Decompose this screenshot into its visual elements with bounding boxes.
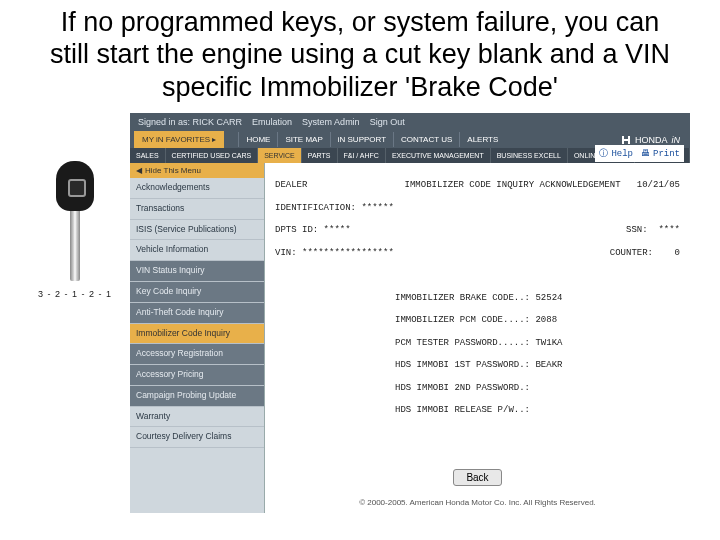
svg-rect-2 [622, 139, 630, 141]
nav-home[interactable]: HOME [238, 132, 277, 147]
report-row-hds2: HDS IMMOBI 2ND PASSWORD.: [275, 383, 680, 394]
chevron-left-icon: ◀ [136, 166, 142, 175]
sidebar-item-warranty[interactable]: Warranty [130, 407, 264, 428]
topbar-link-signout[interactable]: Sign Out [370, 117, 405, 127]
sidebar-hide-toggle[interactable]: ◀ Hide This Menu [130, 163, 264, 178]
key-column: 3 - 2 - 1 - 2 - 1 [30, 113, 120, 513]
sidebar-item-isis[interactable]: ISIS (Service Publications) [130, 220, 264, 241]
report-dpts: DPTS ID: ***** [275, 225, 570, 236]
sidebar: ◀ Hide This Menu Acknowledgements Transa… [130, 163, 265, 513]
portal-body: ◀ Hide This Menu Acknowledgements Transa… [130, 163, 690, 513]
report-row-pcmtester: PCM TESTER PASSWORD.....: TW1KA [275, 338, 680, 349]
print-icon: 🖶 [641, 148, 650, 159]
sidebar-item-ack[interactable]: Acknowledgements [130, 178, 264, 199]
report-title: IMMOBILIZER CODE INQUIRY ACKNOWLEDGEMENT [405, 180, 621, 190]
help-print-bar: ⓘHelp 🖶Print [595, 145, 684, 162]
back-button[interactable]: Back [453, 469, 501, 486]
report-dealer-label: DEALER [275, 180, 405, 191]
nav2-exec[interactable]: EXECUTIVE MANAGEMENT [386, 148, 491, 163]
nav2-excell[interactable]: BUSINESS EXCELL [491, 148, 568, 163]
topbar-link-sysadmin[interactable]: System Admin [302, 117, 360, 127]
nav2-certified[interactable]: CERTIFIED USED CARS [166, 148, 259, 163]
back-row: Back [275, 469, 680, 486]
sidebar-item-campaign[interactable]: Campaign Probing Update [130, 386, 264, 407]
nav2-sales[interactable]: SALES [130, 148, 166, 163]
report-row-hds1: HDS IMMOBI 1ST PASSWORD.: BEAKR [275, 360, 680, 371]
car-key-image [56, 161, 94, 281]
nav2-parts[interactable]: PARTS [302, 148, 338, 163]
report-row-brakecode: IMMOBILIZER BRAKE CODE..: 52524 [275, 293, 680, 304]
favorites-tab[interactable]: MY iN FAVORITES ▸ [134, 131, 224, 148]
main-content: ⓘHelp 🖶Print DEALERIMMOBILIZER CODE INQU… [265, 163, 690, 513]
report-block: DEALERIMMOBILIZER CODE INQUIRY ACKNOWLED… [275, 169, 680, 439]
report-ssn: SSN: **** [570, 225, 680, 236]
nav2-service[interactable]: SERVICE [258, 148, 302, 163]
portal-topbar: Signed in as: RICK CARR Emulation System… [130, 113, 690, 131]
report-identification: IDENTIFICATION: ****** [275, 203, 680, 214]
signed-in-label: Signed in as: RICK CARR [138, 117, 242, 127]
sidebar-item-immobilizer[interactable]: Immobilizer Code Inquiry [130, 324, 264, 345]
brand-logo: HONDA iN [621, 135, 686, 145]
sidebar-item-courtesy[interactable]: Courtesy Delivery Claims [130, 427, 264, 448]
print-link[interactable]: 🖶Print [641, 147, 680, 160]
key-caption: 3 - 2 - 1 - 2 - 1 [38, 289, 112, 299]
sidebar-item-antitheft[interactable]: Anti-Theft Code Inquiry [130, 303, 264, 324]
content-area: 3 - 2 - 1 - 2 - 1 Signed in as: RICK CAR… [0, 113, 720, 513]
report-row-pcmcode: IMMOBILIZER PCM CODE....: 2088 [275, 315, 680, 326]
sidebar-item-vehicle[interactable]: Vehicle Information [130, 240, 264, 261]
key-shaft-icon [70, 211, 80, 281]
honda-h-icon [621, 135, 631, 145]
sidebar-item-vin[interactable]: VIN Status Inquiry [130, 261, 264, 282]
key-head-icon [56, 161, 94, 211]
nav-contact[interactable]: CONTACT US [393, 132, 459, 147]
dealer-portal-screenshot: Signed in as: RICK CARR Emulation System… [130, 113, 690, 513]
copyright: © 2000-2005. American Honda Motor Co. In… [275, 498, 680, 507]
report-date: 10/21/05 [637, 180, 680, 190]
sidebar-item-keycode[interactable]: Key Code Inquiry [130, 282, 264, 303]
nav-sitemap[interactable]: SITE MAP [277, 132, 329, 147]
topbar-link-emulation[interactable]: Emulation [252, 117, 292, 127]
nav-support[interactable]: iN SUPPORT [330, 132, 393, 147]
nav2-fi[interactable]: F&I / AHFC [338, 148, 386, 163]
help-icon: ⓘ [599, 147, 608, 160]
help-link[interactable]: ⓘHelp [599, 147, 633, 160]
report-counter: COUNTER: 0 [570, 248, 680, 259]
sidebar-item-acc-price[interactable]: Accessory Pricing [130, 365, 264, 386]
report-row-hdsrel: HDS IMMOBI RELEASE P/W..: [275, 405, 680, 416]
nav-alerts[interactable]: ALERTS [459, 132, 505, 147]
slide-title: If no programmed keys, or system failure… [0, 0, 720, 113]
report-vin: VIN: ***************** [275, 248, 570, 259]
sidebar-item-acc-reg[interactable]: Accessory Registration [130, 344, 264, 365]
sidebar-item-trans[interactable]: Transactions [130, 199, 264, 220]
